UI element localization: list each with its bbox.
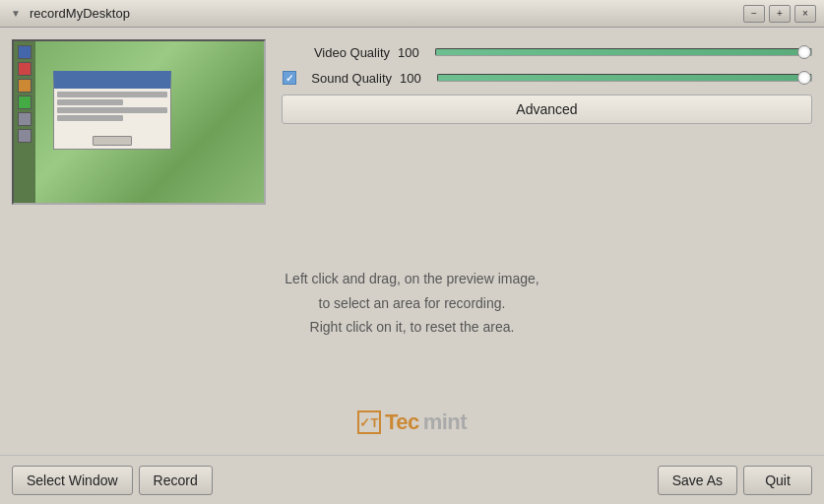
quit-button[interactable]: Quit — [743, 466, 812, 495]
sound-checkbox[interactable]: ✓ — [282, 70, 297, 86]
preview-dialog-btn — [93, 136, 132, 146]
title-bar-controls: − + × — [743, 5, 816, 23]
advanced-button[interactable]: Advanced — [282, 94, 812, 124]
video-quality-slider-track — [435, 48, 812, 56]
sound-quality-value: 100 — [400, 71, 429, 86]
preview-dialog-line-1 — [57, 92, 167, 97]
watermark: ✓T Tecmint — [357, 410, 467, 435]
sound-quality-label: Sound Quality — [305, 71, 392, 86]
watermark-tec: Tec — [385, 410, 419, 435]
title-bar-left: ▼ recordMyDesktop — [8, 6, 130, 22]
preview-dialog-line-3 — [57, 107, 167, 113]
save-as-button[interactable]: Save As — [658, 466, 737, 495]
close-button[interactable]: × — [794, 5, 816, 23]
record-button[interactable]: Record — [139, 466, 213, 495]
sound-quality-slider-container — [437, 69, 812, 87]
preview-dialog-line-2 — [57, 99, 123, 105]
video-quality-slider-container — [435, 43, 812, 61]
sound-quality-row: ✓ Sound Quality 100 — [282, 69, 812, 87]
preview-dialog — [53, 71, 171, 150]
video-quality-slider-thumb — [797, 45, 811, 59]
select-window-button[interactable]: Select Window — [12, 466, 133, 495]
top-section: Video Quality 100 ✓ Sound Quality 100 — [12, 39, 812, 205]
bottom-bar: Select Window Record Save As Quit — [0, 455, 824, 504]
watermark-icon: ✓T — [357, 410, 381, 434]
window-title: recordMyDesktop — [30, 6, 130, 21]
sound-quality-slider-thumb — [797, 71, 811, 85]
maximize-button[interactable]: + — [769, 5, 791, 23]
preview-icon-4 — [18, 95, 32, 109]
main-content: Video Quality 100 ✓ Sound Quality 100 — [0, 28, 824, 455]
controls-section: Video Quality 100 ✓ Sound Quality 100 — [282, 39, 812, 124]
video-quality-row: Video Quality 100 — [282, 43, 812, 61]
video-quality-value: 100 — [398, 45, 427, 60]
preview-icon-2 — [18, 62, 32, 76]
watermark-section: ✓T Tecmint — [12, 402, 812, 443]
bottom-right-buttons: Save As Quit — [658, 466, 812, 495]
menu-icon[interactable]: ▼ — [8, 6, 24, 22]
preview-icon-3 — [18, 79, 32, 93]
preview-icon-1 — [18, 45, 32, 59]
preview-dialog-content — [54, 89, 170, 149]
info-section: Left click and drag, on the preview imag… — [12, 213, 812, 394]
bottom-left-buttons: Select Window Record — [12, 466, 213, 495]
info-line-2: to select an area for recording. — [319, 292, 506, 314]
minimize-button[interactable]: − — [743, 5, 765, 23]
preview-desktop — [14, 41, 264, 203]
preview-dialog-line-4 — [57, 115, 123, 121]
desktop-preview[interactable] — [12, 39, 266, 205]
info-line-3: Right click on it, to reset the area. — [310, 316, 515, 338]
preview-taskbar — [14, 41, 35, 203]
preview-icon-6 — [18, 129, 32, 143]
preview-icon-5 — [18, 112, 32, 126]
watermark-mint: mint — [423, 410, 467, 435]
sound-quality-slider-track — [437, 74, 812, 82]
video-quality-label: Video Quality — [282, 45, 390, 60]
info-line-1: Left click and drag, on the preview imag… — [285, 268, 539, 289]
title-bar: ▼ recordMyDesktop − + × — [0, 0, 824, 28]
sound-checkbox-checked: ✓ — [283, 71, 296, 85]
